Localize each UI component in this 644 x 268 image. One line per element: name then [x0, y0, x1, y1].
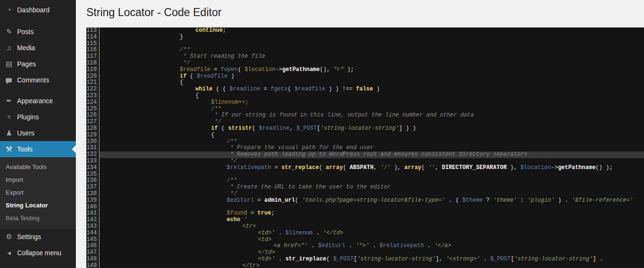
- code-token: ,: [374, 164, 380, 171]
- sidebar-item-dashboard[interactable]: ◔ Dashboard: [0, 2, 76, 18]
- submenu-item-import[interactable]: Import: [0, 173, 76, 186]
- code-token: */: [227, 190, 237, 197]
- code-token: ABSPATH: [350, 164, 373, 171]
- sidebar-item-comments[interactable]: Comments: [0, 72, 76, 88]
- code-token: continue: [195, 27, 223, 34]
- sidebar-item-settings[interactable]: ⚙ Settings: [0, 229, 76, 245]
- code-line[interactable]: [100, 204, 644, 211]
- code-line[interactable]: * Start reading the file: [100, 54, 644, 60]
- code-line[interactable]: /**: [100, 178, 644, 184]
- code-token: DIRECTORY_SEPARATOR: [442, 164, 507, 171]
- code-line[interactable]: continue;: [100, 27, 644, 34]
- code-token: =: [211, 66, 221, 73]
- code-line[interactable]: */: [100, 191, 644, 197]
- code-line[interactable]: <td>' . str_ireplace( $_POST['string-loc…: [100, 256, 644, 263]
- code-line[interactable]: */: [100, 119, 644, 125]
- sidebar-item-appearance[interactable]: ✒ Appearance: [0, 93, 76, 109]
- code-line[interactable]: $editurl = admin_url( 'tools.php?page=st…: [100, 197, 644, 204]
- code-token: (: [319, 164, 325, 171]
- code-token: $location: [520, 164, 551, 171]
- admin-menu: ◔ Dashboard ✎ Posts ♫ Media ▤ Pages Comm…: [0, 0, 76, 261]
- code-token: .: [424, 242, 434, 249]
- settings-icon: ⚙: [5, 232, 13, 241]
- code-line[interactable]: * If our string is found in this line, o…: [100, 112, 644, 119]
- sidebar-item-label: Media: [17, 44, 35, 52]
- code-line[interactable]: {: [100, 80, 644, 86]
- code-token: );: [344, 66, 354, 73]
- code-line[interactable]: <tr>: [100, 223, 644, 230]
- code-line[interactable]: [100, 171, 644, 178]
- code-line[interactable]: $readfile = fopen( $location->getPathnam…: [100, 67, 644, 73]
- sidebar-item-collapse-menu[interactable]: ◂ Collapse menu: [0, 245, 76, 261]
- submenu-item-available-tools[interactable]: Available Tools: [0, 161, 76, 173]
- sidebar-item-users[interactable]: ♟ Users: [0, 125, 76, 141]
- code-token: '</td>: [323, 230, 343, 236]
- submenu-item-string-locator[interactable]: String Locator: [0, 199, 76, 212]
- code-line[interactable]: }: [100, 34, 644, 41]
- line-number: 127: [86, 119, 97, 125]
- code-token: array: [405, 164, 422, 171]
- code-token: [: [354, 256, 357, 262]
- code-line[interactable]: </td>: [100, 250, 644, 256]
- content-area: String Locator - Code Editor 11311411511…: [76, 0, 644, 268]
- line-number: 138: [86, 191, 97, 197]
- line-number: 137: [86, 184, 97, 191]
- code-area[interactable]: continue;} /** * Start reading the file …: [100, 27, 644, 268]
- code-token: () );: [596, 164, 613, 171]
- line-number: 136: [86, 178, 97, 184]
- code-token: /**: [227, 138, 237, 145]
- code-line[interactable]: $linenum++;: [100, 99, 644, 106]
- sidebar-item-plugins[interactable]: ♆ Plugins: [0, 109, 76, 125]
- sidebar-item-posts[interactable]: ✎ Posts: [0, 24, 76, 40]
- code-token: $_POST: [333, 256, 353, 262]
- code-token: if: [180, 73, 186, 80]
- code-token: 'theme': [493, 197, 517, 204]
- code-token: * Removes path leading up to WordPress r…: [227, 151, 527, 158]
- code-token: ],: [436, 256, 446, 262]
- code-token: str_ireplace: [285, 256, 326, 262]
- code-line[interactable]: * Create the URL to take the user to the…: [100, 184, 644, 191]
- code-line[interactable]: </tr>: [100, 263, 644, 268]
- code-editor[interactable]: 1131141151161171181191201211221231241251…: [86, 27, 644, 268]
- code-line[interactable]: <td>' . $linenum . '</td>: [100, 230, 644, 237]
- code-token: (: [218, 125, 228, 132]
- code-line[interactable]: /**: [100, 139, 644, 145]
- line-number: 141: [86, 210, 97, 217]
- line-number: 114: [86, 34, 97, 41]
- line-number: 121: [86, 80, 97, 86]
- code-line[interactable]: /**: [100, 106, 644, 113]
- code-line[interactable]: if ( stristr( $readline, $_POST['string-…: [100, 125, 644, 132]
- code-token: (: [287, 86, 294, 92]
- sidebar-item-media[interactable]: ♫ Media: [0, 40, 76, 56]
- line-number: 120: [86, 73, 97, 80]
- code-line[interactable]: <td>: [100, 237, 644, 243]
- code-token: str_replace: [281, 164, 319, 171]
- code-token: .: [369, 242, 380, 249]
- code-line[interactable]: <a href="' . $editurl . '">' . $relative…: [100, 243, 644, 250]
- code-line[interactable]: */: [100, 60, 644, 67]
- submenu-item-beta-testing[interactable]: Beta Testing: [0, 212, 76, 224]
- code-token: true: [258, 210, 271, 216]
- code-line[interactable]: * Removes path leading up to WordPress r…: [100, 152, 644, 158]
- code-line[interactable]: $found = true;: [100, 210, 644, 217]
- code-line[interactable]: echo ': [100, 217, 644, 223]
- code-token: $readline: [259, 125, 290, 132]
- sidebar-item-pages[interactable]: ▤ Pages: [0, 56, 76, 72]
- sidebar-item-tools[interactable]: ⚒ Tools: [0, 141, 76, 157]
- submenu-item-export[interactable]: Export: [0, 186, 76, 199]
- code-token: .: [275, 256, 285, 262]
- code-line[interactable]: */: [100, 158, 644, 165]
- code-token: false: [356, 86, 373, 92]
- code-line[interactable]: /**: [100, 47, 644, 54]
- code-line[interactable]: * Prepare the visual path for the end us…: [100, 145, 644, 152]
- code-line[interactable]: while ( ( $readline = fgets( $readfile )…: [100, 86, 644, 93]
- code-line[interactable]: {: [100, 93, 644, 99]
- code-token: <td>: [258, 236, 272, 243]
- code-line[interactable]: $relativepath = str_replace( array( ABSP…: [100, 165, 644, 171]
- code-line[interactable]: if ( $readfile ): [100, 73, 644, 80]
- line-number: 118: [86, 60, 97, 67]
- code-line[interactable]: [100, 41, 644, 47]
- code-line[interactable]: {: [100, 132, 644, 139]
- line-number: 113: [86, 27, 97, 34]
- code-token: $linenum: [285, 230, 313, 236]
